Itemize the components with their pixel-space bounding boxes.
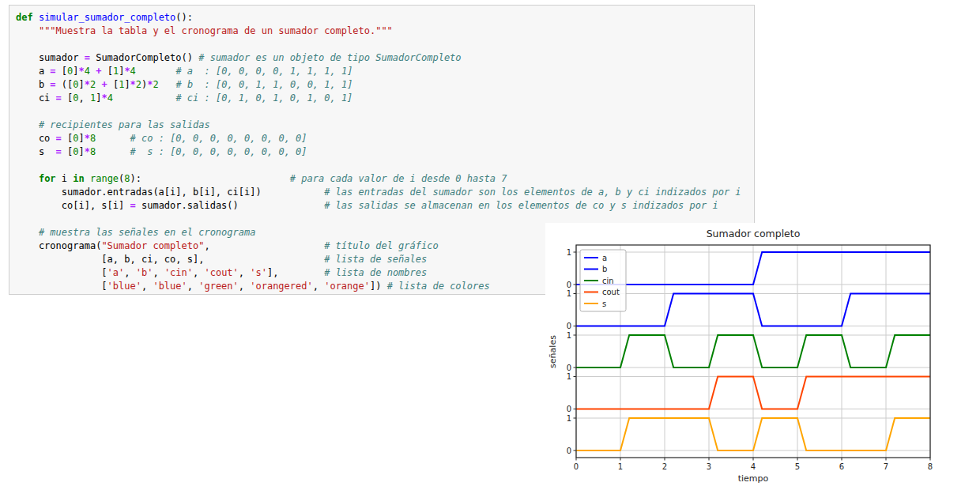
code-token-com: # título del gráfico: [324, 240, 439, 251]
code-token-pln: ]: [73, 66, 78, 77]
code-token-pln: [: [16, 281, 107, 292]
code-token-pln: co[i], s[i]: [16, 200, 130, 211]
code-token-op: *: [101, 92, 107, 104]
code-token-pln: [: [62, 146, 73, 157]
code-token-pln: ]): [370, 281, 387, 292]
code-token-num: 0: [73, 133, 78, 144]
x-tick-label: 4: [751, 462, 756, 471]
code-token-str: """Muestra la tabla y el cronograma de u…: [39, 25, 393, 36]
code-token-pln: cronograma(: [16, 240, 101, 251]
code-token-str: 'b': [136, 267, 153, 278]
code-token-pln: [16, 25, 39, 36]
code-token-pln: co: [16, 133, 56, 144]
code-token-pln: ,: [187, 281, 198, 292]
code-token-com: # ci : [0, 1, 0, 1, 0, 1, 0, 1]: [175, 92, 352, 104]
cronograma-chart: 0123456781010101010 Sumador completo tie…: [545, 223, 980, 490]
code-token-pln: ci: [16, 92, 56, 104]
code-token-pln: b: [16, 79, 50, 90]
code-token-pln: [85, 173, 90, 184]
code-token-com: # co : [0, 0, 0, 0, 0, 0, 0, 0]: [130, 133, 307, 144]
code-token-com: # recipientes para las salidas: [39, 119, 210, 130]
code-token-pln: [96, 146, 130, 157]
code-token-str: 'orangered': [250, 281, 312, 292]
code-token-pln: [a, b, ci, co, s],: [16, 254, 204, 265]
y-tick-label: 0: [567, 447, 571, 455]
code-token-pln: [204, 254, 324, 265]
code-token-op: =: [56, 146, 62, 157]
code-token-pln: [96, 133, 130, 144]
code-token-str: 's': [250, 267, 267, 278]
code-token-pln: [33, 12, 39, 23]
code-token-com: # las salidas se almacenan en los elemen…: [324, 200, 718, 211]
code-token-kw: for: [39, 173, 56, 184]
code-token-pln: [159, 79, 176, 90]
code-token-com: # lista de nombres: [324, 267, 427, 278]
code-token-pln: [141, 173, 290, 184]
code-token-pln: ,: [141, 281, 153, 292]
code-token-op: =: [50, 79, 55, 90]
x-tick-label: 8: [928, 462, 933, 471]
code-token-com: # b : [0, 0, 1, 1, 0, 0, 1, 1]: [175, 79, 352, 90]
code-token-pln: [: [62, 133, 73, 144]
legend-label-b: b: [602, 265, 607, 273]
code-token-pln: ,: [239, 281, 250, 292]
y-tick-label: 0: [567, 322, 571, 330]
code-token-pln: a: [16, 66, 50, 77]
code-token-str: 'blue': [107, 281, 141, 292]
y-tick-label: 1: [567, 372, 571, 381]
code-token-num: 4: [85, 66, 90, 77]
code-token-com: # s : [0, 0, 0, 0, 0, 0, 0, 0]: [130, 146, 307, 157]
code-token-op: =: [56, 133, 62, 144]
code-token-pln: ]: [79, 133, 85, 144]
code-token-op: *: [124, 66, 130, 77]
x-tick-label: 0: [574, 462, 579, 471]
code-token-pln: [: [16, 267, 107, 278]
y-tick-label: 0: [567, 405, 571, 413]
code-token-op: *: [85, 79, 90, 90]
figure-output: 0123456781010101010 Sumador completo tie…: [545, 223, 980, 490]
x-tick-label: 2: [662, 462, 667, 471]
x-tick-label: 5: [795, 462, 800, 471]
code-token-pln: ,: [204, 240, 209, 251]
y-axis-label: señales: [548, 335, 558, 368]
code-token-pln: ,: [313, 281, 324, 292]
code-token-kw: in: [73, 173, 84, 184]
code-token-pln: [: [107, 79, 119, 90]
code-token-pln: ,: [124, 267, 135, 278]
code-token-op: *: [85, 146, 90, 157]
code-token-str: 'a': [107, 267, 125, 278]
code-token-op: *: [147, 79, 153, 90]
code-token-pln: [: [62, 92, 73, 104]
code-token-str: 'blue': [153, 281, 187, 292]
code-token-op: *: [79, 66, 85, 77]
code-token-com: # para cada valor de i desde 0 hasta 7: [290, 173, 507, 184]
code-token-pln: [16, 119, 39, 130]
code-token-num: 0: [73, 146, 78, 157]
code-token-pln: [278, 267, 324, 278]
x-axis-label: tiempo: [738, 473, 769, 484]
code-token-com: # sumador es un objeto de tipo SumadorCo…: [198, 52, 461, 63]
code-token-pln: ,: [153, 267, 164, 278]
code-token-op: =: [50, 66, 55, 77]
code-token-pln: s: [16, 146, 56, 157]
code-token-pln: ,: [193, 267, 204, 278]
x-tick-label: 7: [884, 462, 888, 471]
code-token-op: =: [130, 200, 136, 211]
x-tick-label: 1: [618, 462, 623, 471]
code-token-pln: [136, 66, 176, 77]
legend-label-s: s: [602, 300, 606, 308]
code-token-pln: i: [56, 173, 74, 184]
code-token-pln: ],: [267, 267, 278, 278]
code-token-str: 'cout': [204, 267, 238, 278]
code-token-pln: ():: [175, 12, 193, 23]
y-tick-label: 1: [567, 289, 571, 298]
code-token-com: # a : [0, 0, 0, 0, 1, 1, 1, 1]: [175, 66, 352, 77]
code-token-pln: [16, 227, 39, 238]
chart-legend: abcincouts: [580, 250, 626, 311]
code-token-pln: [239, 200, 324, 211]
code-token-num: 0: [73, 79, 78, 90]
code-token-pln: sumador.salidas(): [136, 200, 239, 211]
code-token-pln: ([: [56, 79, 74, 90]
y-tick-label: 0: [567, 281, 571, 289]
code-token-pln: ):: [130, 173, 141, 184]
